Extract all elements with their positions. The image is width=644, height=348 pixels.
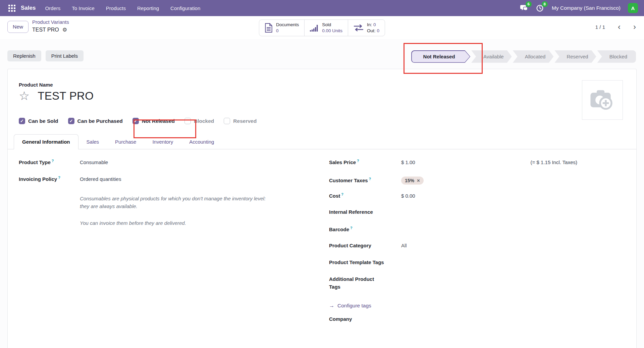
configure-tags-link[interactable]: → Configure tags	[329, 303, 581, 309]
messages-button[interactable]: 6	[520, 4, 528, 12]
transfer-arrows-icon	[354, 24, 364, 32]
barcode-label: Barcode?	[329, 225, 401, 234]
cost-label: Cost?	[329, 192, 401, 200]
form-sheet: Product Name ☆ TEST PRO Can be Sold Can …	[7, 69, 637, 348]
status-step-label: Available	[483, 54, 504, 59]
nav-item-orders[interactable]: Orders	[45, 5, 60, 11]
product-name-label: Product Name	[19, 82, 625, 88]
activities-badge: 8	[542, 1, 548, 7]
documents-stat-button[interactable]: Documents 0	[259, 20, 304, 36]
nav-menu: Orders To Invoice Products Reporting Con…	[45, 5, 200, 11]
favorite-star-icon[interactable]: ☆	[19, 90, 30, 102]
breadcrumb-current: TEST PRO	[32, 27, 59, 33]
in-label: In:	[367, 22, 372, 27]
status-step-reserved[interactable]: Reserved	[554, 50, 596, 63]
configure-tags-label: Configure tags	[337, 303, 371, 309]
top-navbar: Sales Orders To Invoice Products Reporti…	[0, 0, 644, 16]
documents-label: Documents	[276, 22, 299, 28]
product-image-placeholder[interactable]	[582, 80, 623, 120]
apps-grid-icon[interactable]	[6, 2, 17, 14]
pager-previous-icon[interactable]: ‹	[618, 23, 621, 31]
cost-value[interactable]: $ 0.00	[401, 193, 415, 199]
pager: 1 / 1 ‹ ›	[595, 23, 636, 31]
sold-stat-button[interactable]: Sold 0.00 Units	[304, 20, 348, 36]
checkbox-not-released[interactable]: Not Released	[132, 118, 175, 124]
out-value: 0	[377, 28, 380, 33]
status-step-label: Allocated	[525, 54, 546, 59]
product-name-value[interactable]: TEST PRO	[38, 90, 94, 102]
bar-chart-icon	[310, 24, 319, 32]
statusbar: Not Released Available Allocated Reserve…	[411, 50, 636, 63]
help-icon[interactable]: ?	[58, 176, 60, 180]
customer-taxes-label: Customer Taxes?	[329, 176, 401, 185]
help-icon[interactable]: ?	[341, 192, 343, 196]
nav-item-to-invoice[interactable]: To Invoice	[72, 5, 95, 11]
tab-inventory[interactable]: Inventory	[144, 135, 181, 149]
tab-sales[interactable]: Sales	[78, 135, 107, 149]
help-icon[interactable]: ?	[357, 159, 359, 163]
sales-price-taxes-note: (= $ 1.15 Incl. Taxes)	[531, 159, 581, 165]
checkbox-icon	[132, 118, 139, 124]
sales-price-value[interactable]: $ 1.00	[401, 159, 415, 165]
tab-accounting[interactable]: Accounting	[181, 135, 222, 149]
checkbox-can-be-purchased[interactable]: Can be Purchased	[68, 118, 123, 124]
product-type-label: Product Type?	[19, 158, 80, 166]
checkbox-icon	[224, 118, 230, 124]
status-step-blocked[interactable]: Blocked	[597, 50, 636, 63]
help-icon[interactable]: ?	[52, 159, 54, 163]
status-step-not-released[interactable]: Not Released	[411, 50, 470, 63]
status-step-label: Reserved	[567, 54, 588, 59]
user-avatar[interactable]: A	[628, 3, 638, 13]
help-icon[interactable]: ?	[350, 226, 353, 230]
document-icon	[265, 23, 273, 33]
tab-purchase[interactable]: Purchase	[107, 135, 144, 149]
status-step-available[interactable]: Available	[471, 50, 512, 63]
documents-value: 0	[276, 28, 299, 34]
breadcrumb-parent-link[interactable]: Product Variants	[32, 19, 69, 26]
form-right-column: Sales Price? $ 1.00 (= $ 1.15 Incl. Taxe…	[329, 158, 581, 332]
print-labels-button[interactable]: Print Labels	[46, 50, 84, 61]
control-panel: New Product Variants TEST PRO ⚙ Document…	[0, 16, 644, 39]
checkbox-reserved[interactable]: Reserved	[224, 118, 257, 124]
invoicing-policy-value[interactable]: Ordered quantities	[80, 176, 121, 182]
notebook-tabs: General Information Sales Purchase Inven…	[8, 134, 636, 149]
sales-price-label: Sales Price?	[329, 158, 401, 166]
nav-item-products[interactable]: Products	[106, 5, 126, 11]
new-button[interactable]: New	[7, 21, 29, 33]
checkbox-blocked[interactable]: Blocked	[184, 118, 214, 124]
help-icon[interactable]: ?	[369, 177, 371, 181]
in-value: 0	[373, 22, 376, 27]
pager-next-icon[interactable]: ›	[633, 23, 636, 31]
invoice-help-text: You can invoice them before they are del…	[80, 219, 272, 227]
in-out-stat-button[interactable]: In:0 Out:0	[348, 20, 385, 36]
customer-tax-tag[interactable]: 15% ×	[401, 177, 424, 185]
app-name-sales[interactable]: Sales	[21, 5, 36, 11]
checkbox-can-be-sold[interactable]: Can be Sold	[19, 118, 58, 124]
status-step-label: Not Released	[423, 54, 455, 59]
out-label: Out:	[367, 28, 376, 33]
nav-item-reporting[interactable]: Reporting	[137, 5, 159, 11]
form-left-column: Product Type? Consumable Invoicing Polic…	[19, 158, 322, 332]
activities-button[interactable]: 8	[536, 4, 544, 12]
checkbox-icon	[68, 118, 74, 124]
additional-product-tags-label: Additional Product Tags	[329, 276, 401, 291]
company-switcher[interactable]: My Company (San Francisco)	[552, 5, 621, 11]
checkbox-icon	[19, 118, 25, 124]
product-category-value[interactable]: All	[401, 243, 407, 248]
nav-item-configuration[interactable]: Configuration	[170, 5, 200, 11]
tag-remove-icon[interactable]: ×	[417, 178, 420, 183]
sold-label: Sold	[322, 22, 342, 28]
messages-badge: 6	[526, 1, 532, 7]
product-template-tags-label: Product Template Tags	[329, 259, 401, 266]
product-type-value[interactable]: Consumable	[80, 159, 108, 165]
invoicing-policy-label: Invoicing Policy?	[19, 175, 80, 183]
status-step-label: Blocked	[609, 54, 627, 59]
gear-icon[interactable]: ⚙	[62, 27, 67, 33]
camera-plus-icon	[589, 89, 615, 111]
pager-counter: 1 / 1	[595, 24, 605, 30]
replenish-button[interactable]: Replenish	[7, 50, 41, 61]
tab-general-information[interactable]: General Information	[14, 134, 78, 149]
company-label: Company	[329, 315, 401, 323]
arrow-right-icon: →	[329, 303, 334, 309]
status-step-allocated[interactable]: Allocated	[513, 50, 554, 63]
